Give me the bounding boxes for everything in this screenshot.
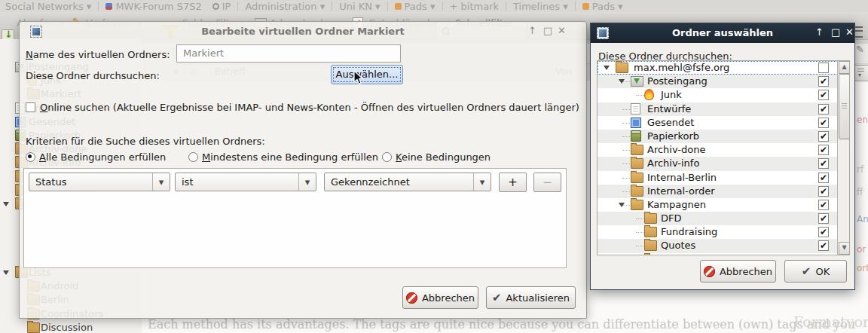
- bookmark-item[interactable]: [506, 2, 506, 11]
- folder-icon: [27, 322, 40, 333]
- folder-checkbox[interactable]: ✔: [818, 76, 829, 87]
- folder-icon: [644, 213, 657, 224]
- bookmark-item[interactable]: IP: [212, 1, 231, 12]
- condition-field-dropdown[interactable]: Status ▾: [29, 173, 170, 191]
- tree-row[interactable]: Archiv-info ✔: [598, 157, 838, 170]
- bookmark-item[interactable]: [237, 2, 238, 11]
- tree-row[interactable]: DFD ✔: [598, 212, 838, 225]
- folder-label: Junk: [661, 89, 682, 100]
- bookmark-item[interactable]: [387, 2, 388, 11]
- bookmark-item[interactable]: Administration ▾: [245, 1, 325, 12]
- add-condition-button[interactable]: +: [499, 173, 527, 192]
- cancel-button[interactable]: Abbrechen: [700, 260, 776, 283]
- tree-row[interactable]: Papierkorb ✔: [598, 130, 838, 143]
- bookmark-item[interactable]: Pads ▾: [582, 1, 623, 12]
- tree-row[interactable]: Posteingang ✔: [598, 75, 838, 88]
- scroll-down-icon[interactable]: ▼: [839, 242, 850, 255]
- tree-row[interactable]: max.mehl@fsfe.org: [598, 61, 838, 75]
- check-icon: ✔: [820, 118, 827, 128]
- folder-icon: [631, 173, 643, 183]
- bookmark-icon: [582, 3, 589, 10]
- bookmark-item[interactable]: Social Networks ▾: [5, 1, 91, 12]
- scroll-up-icon[interactable]: ▲: [839, 61, 850, 74]
- cancel-button[interactable]: Abbrechen: [402, 286, 478, 309]
- tree-row[interactable]: [598, 253, 838, 255]
- folder-checkbox[interactable]: ✔: [818, 104, 829, 115]
- tree-row[interactable]: Quotes ✔: [598, 239, 838, 252]
- mouse-cursor: [353, 70, 364, 86]
- radio-any-condition-label: Mindestens eine Bedingung erfüllen: [202, 151, 378, 163]
- dialog-titlebar[interactable]: Bearbeite virtuellen Ordner Markiert ↑ □…: [20, 22, 586, 41]
- tree-row[interactable]: Kampagnen ✔: [598, 198, 838, 212]
- bookmark-item[interactable]: [98, 2, 99, 11]
- bookmark-item[interactable]: + bitmark: [450, 1, 500, 12]
- condition-value-dropdown[interactable]: Gekennzeichnet ▾: [324, 173, 491, 191]
- bookmark-item[interactable]: Pads ▾: [395, 1, 436, 12]
- folder-checkbox[interactable]: [818, 63, 829, 73]
- name-input[interactable]: Markiert: [176, 44, 401, 63]
- remove-condition-button[interactable]: −: [533, 173, 561, 192]
- radio-no-conditions[interactable]: [382, 152, 392, 162]
- folder-checkbox[interactable]: ✔: [818, 200, 829, 210]
- tree-row[interactable]: Fundraising ✔: [598, 225, 838, 239]
- condition-operator-dropdown[interactable]: ist ▾: [175, 173, 316, 191]
- maximize-window-icon[interactable]: □: [831, 27, 840, 38]
- bookmark-label: Pads ▾: [405, 1, 436, 12]
- folder-label: Posteingang: [647, 75, 708, 87]
- tree-row[interactable]: Entwürfe ✔: [598, 102, 838, 116]
- bookmark-item[interactable]: [575, 2, 576, 11]
- scrollbar-thumb[interactable]: [839, 74, 850, 139]
- clipped-text-fragment: ff: [857, 187, 863, 197]
- check-icon: ✔: [820, 131, 827, 142]
- bookmark-item[interactable]: Timelines ▾: [513, 1, 568, 12]
- expander-icon[interactable]: [604, 66, 610, 70]
- tree-row[interactable]: Internal-Berlin ✔: [598, 171, 838, 185]
- tree-row[interactable]: Internal-order ✔: [598, 185, 838, 198]
- folder-checkbox[interactable]: ✔: [818, 213, 829, 224]
- folder-checkbox[interactable]: ✔: [818, 186, 829, 197]
- folder-checkbox[interactable]: ✔: [818, 131, 829, 142]
- expander-icon[interactable]: [3, 202, 9, 206]
- tree-row[interactable]: Gesendet ✔: [598, 116, 838, 130]
- bookmark-item[interactable]: [442, 2, 443, 11]
- folder-checkbox[interactable]: ✔: [818, 173, 829, 183]
- select-folders-dialog: Ordner auswählen ↑ □ ✕ Diese Ordner durc…: [590, 23, 855, 290]
- check-icon: ✔: [820, 90, 827, 100]
- restore-window-icon[interactable]: ↑: [815, 27, 824, 38]
- close-window-icon[interactable]: ✕: [845, 27, 854, 38]
- bookmark-item[interactable]: MWK-Forum S7S2: [105, 1, 201, 12]
- check-icon: ✔: [820, 213, 827, 224]
- dialog-titlebar[interactable]: Ordner auswählen ↑ □ ✕: [591, 23, 854, 43]
- maximize-window-icon[interactable]: □: [543, 26, 552, 36]
- choose-folders-button[interactable]: Auswählen...: [331, 65, 403, 84]
- column-picker-icon[interactable]: [854, 65, 868, 81]
- tree-scrollbar[interactable]: ▲ ▼: [837, 61, 850, 255]
- folder-pane-row[interactable]: Discussion: [0, 321, 142, 333]
- search-online-checkbox[interactable]: [26, 102, 35, 112]
- check-icon: ✔: [820, 186, 827, 197]
- tree-row[interactable]: Archiv-done ✔: [598, 143, 838, 157]
- tree-row[interactable]: Junk ✔: [598, 88, 838, 102]
- folder-checkbox[interactable]: ✔: [818, 158, 829, 169]
- folder-icon: [631, 103, 640, 115]
- bookmark-item[interactable]: Uni KN ▾: [339, 1, 380, 12]
- radio-any-condition[interactable]: [188, 152, 198, 162]
- expander-icon[interactable]: [619, 79, 625, 84]
- ok-button[interactable]: ✔ OK: [784, 260, 847, 283]
- close-window-icon[interactable]: ✕: [558, 26, 566, 36]
- folder-icon: [644, 240, 657, 251]
- bookmark-item[interactable]: [332, 2, 332, 11]
- restore-window-icon[interactable]: ↑: [528, 26, 536, 36]
- condition-value: Gekennzeichnet: [331, 176, 410, 188]
- radio-all-conditions[interactable]: [26, 152, 35, 162]
- folder-checkbox[interactable]: ✔: [818, 118, 829, 128]
- expander-icon[interactable]: [3, 270, 9, 275]
- folder-checkbox[interactable]: ✔: [818, 90, 829, 100]
- bookmark-icon: [212, 3, 219, 10]
- folder-checkbox[interactable]: ✔: [818, 145, 829, 155]
- folder-checkbox[interactable]: ✔: [818, 240, 829, 251]
- expander-icon[interactable]: [619, 203, 625, 207]
- folder-checkbox[interactable]: ✔: [818, 227, 829, 237]
- check-icon: ✔: [820, 145, 827, 155]
- update-button[interactable]: ✔ Aktualisieren: [486, 286, 576, 309]
